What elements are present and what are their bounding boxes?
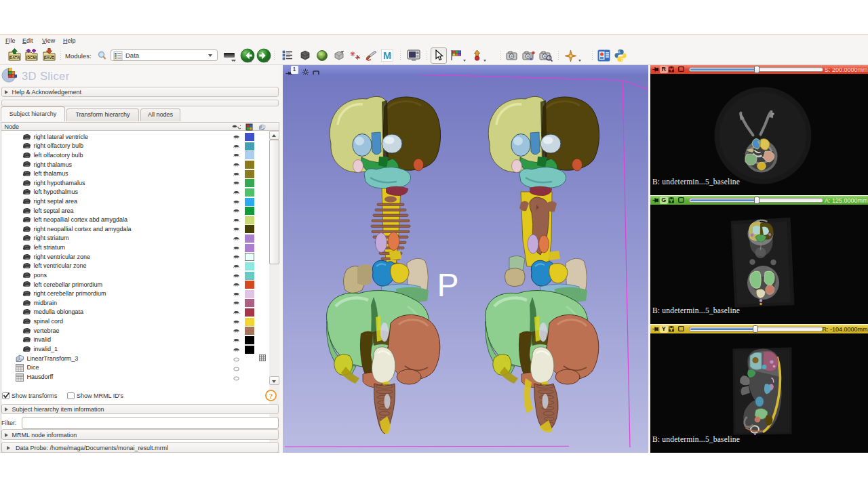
svg-text:SAVE: SAVE [44,56,54,60]
svg-text:DATA: DATA [9,56,19,60]
svg-text:M: M [383,50,391,61]
svg-text:?: ? [269,392,273,400]
svg-text:DCM: DCM [27,56,36,60]
